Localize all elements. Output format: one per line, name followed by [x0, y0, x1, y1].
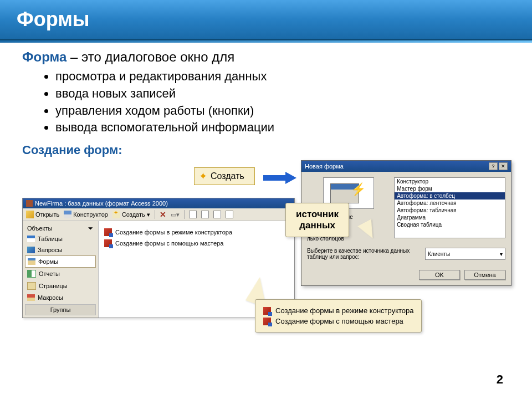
- sidebar-item-macros[interactable]: Макросы: [25, 292, 96, 303]
- definition-term: Форма: [22, 49, 66, 64]
- db-toolbar: Открыть Конструктор Создать▾ ✕ ▭▾: [23, 208, 294, 221]
- report-icon: [27, 270, 36, 278]
- wizard-icon: [263, 307, 271, 315]
- sidebar-item-reports[interactable]: Отчеты: [25, 268, 96, 280]
- view-icon[interactable]: [226, 211, 233, 218]
- slide-title: Формы: [17, 8, 90, 30]
- cancel-button[interactable]: Отмена: [464, 270, 505, 280]
- newform-bottom: Выберите в качестве источника данных таб…: [301, 248, 511, 265]
- design-icon: [64, 211, 71, 218]
- source-label: Выберите в качестве источника данных таб…: [307, 248, 422, 260]
- form-icon: [28, 258, 35, 265]
- ok-button[interactable]: OK: [419, 270, 460, 280]
- view-icon[interactable]: [213, 211, 221, 218]
- list-item[interactable]: Диаграмма: [395, 214, 505, 221]
- toolbar-design[interactable]: Конструктор: [64, 211, 108, 218]
- view-icon[interactable]: [189, 211, 197, 218]
- source-combobox[interactable]: Клиенты▾: [425, 248, 505, 260]
- list-item[interactable]: Автоформа: в столбец: [395, 192, 505, 200]
- bullet-item: управления ходом работы (кнопки): [55, 103, 510, 120]
- toolbar-new[interactable]: Создать▾: [112, 211, 150, 218]
- window-controls: ? ✕: [489, 162, 508, 170]
- db-titlebar: NewFirma : база данных (формат Access 20…: [23, 198, 294, 208]
- callout-list: Создание формы в режиме конструктора Соз…: [255, 299, 422, 332]
- page-icon: [27, 282, 36, 290]
- db-title-text: NewFirma : база данных (формат Access 20…: [35, 200, 168, 207]
- sparkle-icon: ✦: [199, 170, 207, 182]
- separator: [184, 210, 185, 219]
- list-item[interactable]: Конструктор: [395, 178, 505, 185]
- list-item[interactable]: Сводная таблица: [395, 221, 505, 228]
- new-icon: [112, 211, 120, 218]
- sidebar-item-forms[interactable]: Формы: [25, 255, 96, 268]
- table-icon: [27, 236, 35, 242]
- callout-source: источник данных: [285, 203, 349, 237]
- macro-icon: [27, 294, 35, 301]
- bullet-item: просмотра и редактирования данных: [55, 68, 510, 85]
- page-number: 2: [497, 372, 503, 387]
- delete-icon[interactable]: ✕: [160, 210, 166, 219]
- view-icon[interactable]: [201, 211, 209, 218]
- separator: [155, 210, 155, 219]
- slide-content: Форма – это диалоговое окно для просмотр…: [0, 40, 532, 378]
- newform-footer: OK Отмена: [301, 265, 511, 285]
- subtitle: Создание форм:: [22, 143, 510, 157]
- newform-options-list[interactable]: Конструктор Мастер форм Автоформа: в сто…: [394, 177, 505, 238]
- sidebar-item-queries[interactable]: Запросы: [25, 244, 96, 255]
- arrow-icon: [263, 172, 296, 184]
- definition-bullets: просмотра и редактирования данных ввода …: [22, 68, 510, 136]
- newform-title: Новая форма: [305, 163, 344, 170]
- sidebar-groups[interactable]: Группы: [25, 304, 96, 315]
- sidebar-item-tables[interactable]: Таблицы: [25, 233, 96, 244]
- bullet-item: вывода вспомогательной информации: [55, 119, 510, 136]
- close-icon[interactable]: ✕: [499, 162, 508, 170]
- query-icon: [27, 247, 35, 253]
- definition-text: – это диалоговое окно для: [66, 49, 234, 64]
- toolbar-item[interactable]: ▭▾: [171, 211, 180, 218]
- create-button[interactable]: ✦ Создать: [194, 167, 255, 185]
- list-item[interactable]: Мастер форм: [395, 185, 505, 192]
- definition-line: Форма – это диалоговое окно для: [22, 49, 510, 65]
- wizard-icon: [104, 239, 112, 247]
- open-icon: [26, 211, 34, 218]
- list-item: Создание формы в режиме конструктора: [263, 305, 413, 316]
- list-item: Создание формы с помощью мастера: [263, 316, 413, 326]
- diagram-canvas: ✦ Создать NewFirma : база данных (формат…: [22, 162, 510, 372]
- sidebar-header: Объекты⏷: [25, 223, 96, 233]
- list-item[interactable]: Автоформа: табличная: [395, 207, 505, 214]
- dropdown-icon: ▾: [147, 211, 150, 218]
- db-title-icon: [26, 200, 33, 207]
- toolbar-open[interactable]: Открыть: [26, 211, 59, 218]
- create-button-label: Создать: [211, 171, 244, 181]
- db-sidebar: Объекты⏷ Таблицы Запросы Формы Отчеты Ст…: [23, 221, 99, 318]
- sidebar-item-pages[interactable]: Страницы: [25, 280, 96, 292]
- list-item[interactable]: Создание формы в режиме конструктора: [104, 227, 289, 238]
- newform-titlebar: Новая форма ? ✕: [301, 161, 511, 172]
- list-item[interactable]: Автоформа: ленточная: [395, 200, 505, 207]
- list-item[interactable]: Создание формы с помощью мастера: [104, 238, 289, 249]
- help-icon[interactable]: ?: [489, 162, 498, 170]
- chevron-down-icon: ▾: [500, 251, 503, 257]
- wizard-icon: [263, 318, 271, 325]
- bullet-item: ввода новых записей: [55, 85, 510, 103]
- wizard-icon: [104, 228, 112, 236]
- chevron-icon: ⏷: [88, 225, 94, 232]
- slide-header: Формы: [0, 0, 532, 40]
